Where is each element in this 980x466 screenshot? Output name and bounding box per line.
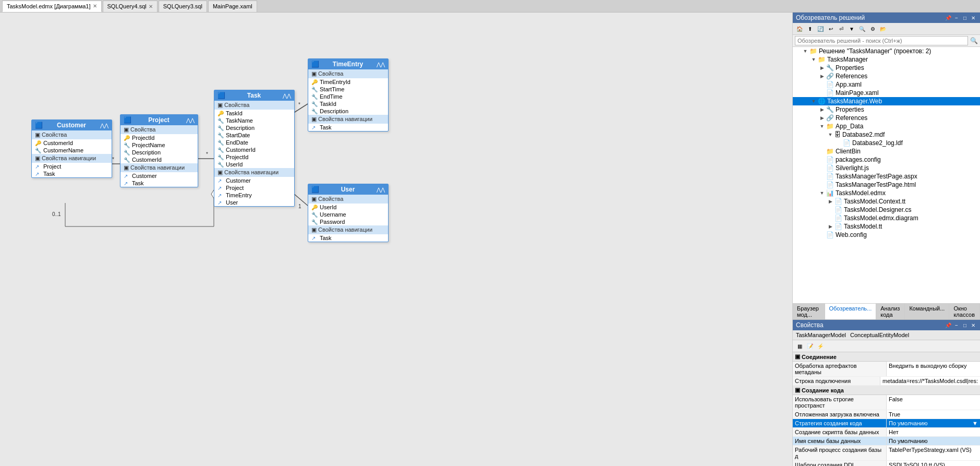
props-value-lazy: True (887, 410, 980, 419)
tree-webconfig[interactable]: 📄 Web.config (793, 231, 980, 239)
tasksmodeldiagram-expand-icon (826, 216, 834, 221)
entity-user-title: User (341, 186, 355, 193)
tree-tasksmodel-tt[interactable]: ▶ 📄 TasksModel.tt (793, 222, 980, 231)
props-content: ▣ Соединение Обработка артефактов метада… (793, 352, 980, 466)
props-minimize-button[interactable]: − (953, 321, 960, 329)
props-close-button[interactable]: ✕ (970, 321, 977, 329)
tree-tasksmodel-context[interactable]: ▶ 📄 TasksModel.Context.tt (793, 197, 980, 206)
entity-user-nav-header: ▣ Свойства навигации (308, 225, 388, 234)
bottom-tab-classes[interactable]: Окно классов (949, 304, 980, 319)
database2log-label: Database2_log.ldf (852, 139, 903, 147)
se-toolbar: 🏠 ⬆ 🔄 ↩ ⏎ ▼ 🔍 ⚙ 📂 (793, 23, 980, 35)
props-model-type: ConceptualEntityModel (850, 332, 909, 338)
canvas-area: 0..1 * 0..1 * 1 * * 1 0..1 (0, 13, 792, 466)
entity-timeentry[interactable]: 🟦 TimeEntry ⋀⋀ ▣ Свойства 🔑TimeEntryId 🔧… (308, 58, 389, 132)
tab-mainpage[interactable]: MainPage.xaml (208, 1, 257, 12)
se-toolbar-btn-3[interactable]: 🔄 (816, 24, 825, 33)
entity-task-expand[interactable]: ⋀⋀ (283, 93, 291, 99)
tab-tasksmodel-close[interactable]: ✕ (93, 3, 97, 9)
key-icon-t: 🔑 (217, 111, 224, 116)
entity-project-expand[interactable]: ⋀⋀ (186, 117, 195, 123)
tree-database2log[interactable]: 📄 Database2_log.ldf (793, 139, 980, 147)
tasksmodelcontext-label: TasksModel.Context.tt (844, 198, 905, 205)
tree-mainpage[interactable]: 📄 MainPage.xaml (793, 89, 980, 97)
props-label-lazy: Отложенная загрузка включена (793, 410, 887, 419)
tab-sqlquery4[interactable]: SQLQuery4.sql ✕ (103, 1, 158, 12)
entity-project-header: 🟦 Project ⋀⋀ (120, 115, 198, 125)
strategy-chevron-icon[interactable]: ▼ (972, 420, 978, 426)
props-row-lazy: Отложенная загрузка включена True (793, 410, 980, 419)
entity-timeentry-expand[interactable]: ⋀⋀ (377, 62, 385, 67)
se-toolbar-btn-7[interactable]: 🔍 (857, 24, 867, 33)
entity-customer[interactable]: 🟦 Customer ⋀⋀ ▣ Свойства 🔑 CustomerId 🔧 … (31, 120, 112, 178)
entity-user-expand[interactable]: ⋀⋀ (377, 187, 385, 193)
entity-customer-expand[interactable]: ⋀⋀ (100, 123, 108, 128)
properties-panel: Свойства 📌 − □ ✕ TaskManagerModel Concep… (793, 320, 980, 466)
properties2-label: Properties (836, 106, 864, 113)
tree-properties-2[interactable]: ▶ 🔧 Properties (793, 105, 980, 114)
tree-silverlight[interactable]: 📄 Silverlight.js (793, 164, 980, 172)
se-toolbar-btn-1[interactable]: 🏠 (795, 24, 804, 33)
minimize-button[interactable]: − (953, 14, 960, 21)
tree-database2mdf[interactable]: ▼ 🗄 Database2.mdf (793, 130, 980, 139)
se-toolbar-btn-5[interactable]: ⏎ (837, 24, 846, 33)
maximize-button[interactable]: □ (961, 14, 969, 21)
props-value-strict: False (887, 395, 980, 410)
props-model-name: TaskManagerModel (796, 332, 846, 338)
props-maximize-button[interactable]: □ (961, 321, 969, 329)
props-toolbar-btn-2[interactable]: 📝 (805, 341, 815, 351)
props-value-strategy[interactable]: По умолчанию ▼ (887, 419, 980, 427)
bottom-tab-explorer[interactable]: Обозреватель... (825, 304, 877, 319)
entity-task[interactable]: 🟦 Task ⋀⋀ ▣ Свойства 🔑TaskId 🔧TaskName 🔧… (214, 90, 295, 207)
tree-references-2[interactable]: ▶ 🔗 References (793, 114, 980, 122)
bottom-tab-analysis[interactable]: Анализ кода (876, 304, 905, 319)
key-icon: 🔑 (35, 140, 41, 146)
entity-customer-header: 🟦 Customer ⋀⋀ (32, 120, 112, 130)
taskmanagerweb-icon: 🌐 (818, 98, 826, 105)
close-button[interactable]: ✕ (970, 14, 977, 21)
se-toolbar-btn-2[interactable]: ⬆ (805, 24, 815, 33)
tree-taskmanagerweb[interactable]: ▼ 🌐 TasksManager.Web (793, 97, 980, 105)
nav-icon: ↗ (35, 164, 41, 170)
tree-properties-1[interactable]: ▶ 🔧 Properties (793, 64, 980, 72)
field-icon-tu: 🔧 (217, 162, 224, 168)
se-toolbar-btn-9[interactable]: 📂 (878, 24, 888, 33)
tree-tasksmodel-edmx[interactable]: ▼ 📊 TasksModel.edmx (793, 189, 980, 197)
tree-clientbin[interactable]: 📁 ClientBin (793, 147, 980, 156)
pin-button[interactable]: 📌 (945, 14, 952, 21)
entity-user[interactable]: 🟦 User ⋀⋀ ▣ Свойства 🔑UserId 🔧Username 🔧… (308, 184, 389, 242)
key-icon-u: 🔑 (311, 205, 318, 210)
props-toolbar-btn-3[interactable]: ⚡ (816, 341, 825, 351)
se-toolbar-btn-8[interactable]: ⚙ (868, 24, 877, 33)
entity-project[interactable]: 🟦 Project ⋀⋀ ▣ Свойства 🔑ProjectId 🔧Proj… (120, 114, 198, 187)
props-row-metadata: Обработка артефактов метаданы Внедрить в… (793, 362, 980, 377)
bottom-tab-team[interactable]: Командный... (905, 304, 949, 319)
tree-tasksmodel-designer[interactable]: 📄 TasksModel.Designer.cs (793, 206, 980, 214)
tree-references-1[interactable]: ▶ 🔗 References (793, 72, 980, 80)
props-pin-button[interactable]: 📌 (945, 321, 952, 329)
bottom-tab-browser[interactable]: Браузер мод... (793, 304, 825, 319)
tree-tasksmanager[interactable]: ▼ 📁 TasksManager (793, 55, 980, 64)
props-label-metadata: Обработка артефактов метаданы (793, 362, 887, 376)
packages-label: packages.config (836, 156, 881, 163)
se-toolbar-btn-6[interactable]: ▼ (847, 24, 856, 33)
tasksmodeltt-icon: 📄 (834, 223, 842, 230)
tree-tasksmodel-diagram[interactable]: 📄 TasksModel.edmx.diagram (793, 214, 980, 222)
tree-packages[interactable]: 📄 packages.config (793, 156, 980, 164)
properties2-icon: 🔧 (826, 106, 834, 113)
props-row-ddl: Шаблон создания DDL SSDLToSQL10.tt (VS) (793, 461, 980, 466)
se-search-input[interactable] (795, 36, 968, 45)
tree-appdata[interactable]: ▼ 📁 App_Data (793, 122, 980, 130)
tree-testpage2[interactable]: 📄 TasksManagerTestPage.html (793, 181, 980, 189)
tab-sqlquery4-close[interactable]: ✕ (149, 4, 153, 9)
props-row-strategy: Стратегия создания кода По умолчанию ▼ (793, 419, 980, 428)
se-toolbar-btn-4[interactable]: ↩ (826, 24, 836, 33)
tree-appxaml[interactable]: 📄 App.xaml (793, 80, 980, 89)
tab-sqlquery3[interactable]: SQLQuery3.sql (159, 1, 207, 12)
tab-tasksmodel[interactable]: TasksModel.edmx [Диаграмма1] ✕ (2, 1, 102, 12)
tree-solution[interactable]: ▼ 📁 Решение "TasksManager" (проектов: 2) (793, 47, 980, 55)
strategy-dropdown[interactable]: По умолчанию ▼ (889, 420, 978, 426)
se-search-icon[interactable]: 🔍 (970, 37, 978, 44)
props-toolbar-btn-1[interactable]: ▦ (795, 341, 804, 351)
tree-testpage1[interactable]: 📄 TasksManagerTestPage.aspx (793, 172, 980, 181)
